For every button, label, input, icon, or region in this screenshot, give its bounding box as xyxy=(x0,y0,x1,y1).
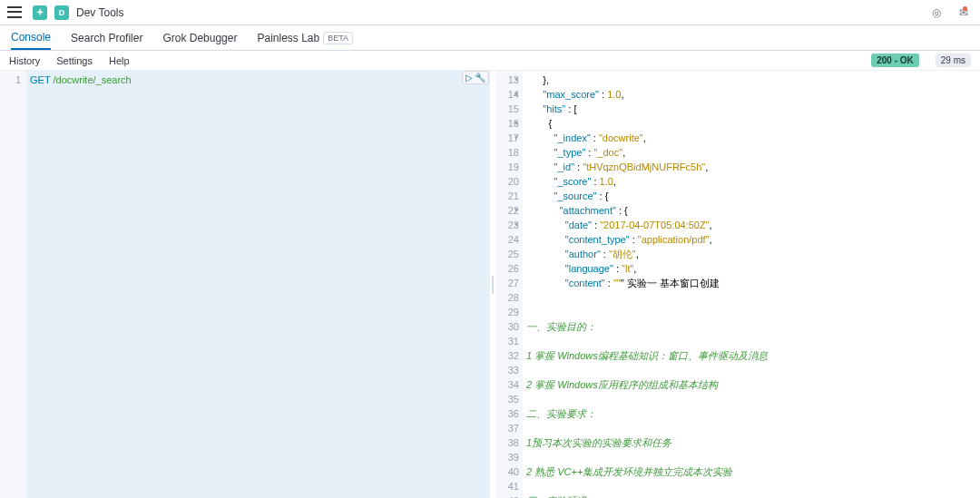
response-line: "date" : "2017-04-07T05:04:50Z", xyxy=(526,218,976,232)
line-number: 15 xyxy=(495,102,519,116)
play-icon[interactable]: ▷ xyxy=(466,73,473,83)
line-number: 22▾ xyxy=(495,203,519,218)
response-line: "_type" : "_doc", xyxy=(526,145,976,160)
hamburger-icon[interactable] xyxy=(7,5,22,20)
response-line xyxy=(526,450,976,464)
response-line: "_index" : "docwrite", xyxy=(526,131,976,145)
response-line: 三、实验环境： xyxy=(526,493,976,498)
line-number: 27 xyxy=(495,276,519,290)
top-bar: ✦ D Dev Tools ◎ ✉ xyxy=(0,0,980,25)
status-badge: 200 - OK xyxy=(871,54,919,67)
line-number: 24 xyxy=(495,232,519,247)
response-gutter: 13▾14▾1516▾17▾1819202122▾23▾242526272829… xyxy=(495,71,523,498)
line-number: 38 xyxy=(495,435,519,450)
response-line: "_id" : "tHVqznQBidMjNUFRFc5h", xyxy=(526,160,976,174)
fold-icon[interactable]: ▾ xyxy=(514,73,518,87)
response-line xyxy=(526,479,976,493)
request-method: GET xyxy=(30,74,50,85)
line-number: 26 xyxy=(495,261,519,276)
request-actions: ▷ 🔧 xyxy=(462,71,489,84)
line-number: 33 xyxy=(495,363,519,377)
request-editor[interactable]: GET /docwrite/_search xyxy=(26,71,489,498)
tabs-bar: Console Search Profiler Grok Debugger Pa… xyxy=(0,25,980,51)
response-line: "content" : """ 实验一 基本窗口创建 xyxy=(526,276,976,290)
line-number: 13▾ xyxy=(495,73,519,87)
response-line: "_source" : { xyxy=(526,189,976,203)
response-line: "hits" : [ xyxy=(526,102,976,116)
response-line: 1 掌握 Windows编程基础知识：窗口、事件驱动及消息 xyxy=(526,348,976,363)
tab-grok-debugger[interactable]: Grok Debugger xyxy=(162,25,237,50)
app-title: Dev Tools xyxy=(76,6,123,19)
newsfeed-icon[interactable]: ◎ xyxy=(927,4,946,22)
line-number: 35 xyxy=(495,392,519,406)
response-line: "max_score" : 1.0, xyxy=(526,87,976,102)
request-path: /docwrite/_search xyxy=(50,74,131,85)
app-badge-icon: D xyxy=(54,5,69,20)
line-number: 29 xyxy=(495,305,519,319)
request-gutter: 1 xyxy=(0,71,26,498)
mail-icon[interactable]: ✉ xyxy=(955,4,973,22)
line-number: 37 xyxy=(495,421,519,435)
fold-icon[interactable]: ▾ xyxy=(514,116,518,131)
fold-icon[interactable]: ▾ xyxy=(514,87,518,102)
line-number: 23▾ xyxy=(495,218,519,232)
response-line: "attachment" : { xyxy=(526,203,976,218)
line-number: 1 xyxy=(0,73,21,87)
beta-badge: BETA xyxy=(323,32,353,44)
notification-dot-icon xyxy=(963,6,967,11)
response-line xyxy=(526,363,976,377)
line-number: 32 xyxy=(495,348,519,363)
response-line: 二、实验要求： xyxy=(526,406,976,421)
latency-badge: 29 ms xyxy=(936,54,971,67)
response-line: "language" : "lt", xyxy=(526,261,976,276)
response-line: 一、实验目的： xyxy=(526,319,976,334)
fold-icon[interactable]: ▾ xyxy=(514,203,518,218)
line-number: 25 xyxy=(495,247,519,261)
response-line xyxy=(526,392,976,406)
tab-label: Painless Lab xyxy=(257,32,319,44)
response-line xyxy=(526,421,976,435)
response-viewer[interactable]: }, "max_score" : 1.0, "hits" : [ { "_ind… xyxy=(523,71,980,498)
line-number: 16▾ xyxy=(495,116,519,131)
response-line: }, xyxy=(526,73,976,87)
line-number: 31 xyxy=(495,334,519,348)
line-number: 21 xyxy=(495,189,519,203)
tab-painless-lab[interactable]: Painless Lab BETA xyxy=(257,25,353,50)
line-number: 17▾ xyxy=(495,131,519,145)
line-number: 19 xyxy=(495,160,519,174)
line-number: 36 xyxy=(495,406,519,421)
line-number: 30 xyxy=(495,319,519,334)
line-number: 34 xyxy=(495,377,519,392)
console-subbar: History Settings Help 200 - OK 29 ms xyxy=(0,51,980,71)
elastic-logo-icon[interactable]: ✦ xyxy=(33,5,47,20)
line-number: 18 xyxy=(495,145,519,160)
help-link[interactable]: Help xyxy=(109,55,130,66)
tab-console[interactable]: Console xyxy=(11,25,51,50)
response-line: "_score" : 1.0, xyxy=(526,174,976,189)
settings-link[interactable]: Settings xyxy=(56,55,93,66)
history-link[interactable]: History xyxy=(9,55,40,66)
response-line: "content_type" : "application/pdf", xyxy=(526,232,976,247)
line-number: 39 xyxy=(495,450,519,464)
line-number: 14▾ xyxy=(495,87,519,102)
response-line: 2 熟悉 VC++集成开发环境并独立完成本次实验 xyxy=(526,464,976,479)
line-number: 28 xyxy=(495,290,519,305)
request-pane: 1 GET /docwrite/_search ▷ 🔧 xyxy=(0,71,490,498)
line-number: 42 xyxy=(495,493,519,498)
response-line: 2 掌握 Windows应用程序的组成和基本结构 xyxy=(526,377,976,392)
response-line xyxy=(526,290,976,305)
fold-icon[interactable]: ▾ xyxy=(514,131,518,145)
wrench-icon[interactable]: 🔧 xyxy=(475,73,485,83)
response-line: 1预习本次实验的实验要求和任务 xyxy=(526,435,976,450)
line-number: 41 xyxy=(495,479,519,493)
response-line: "author" : "胡伦", xyxy=(526,247,976,261)
line-number: 40 xyxy=(495,464,519,479)
response-line: { xyxy=(526,116,976,131)
response-line xyxy=(526,305,976,319)
line-number: 20 xyxy=(495,174,519,189)
main-split: 1 GET /docwrite/_search ▷ 🔧 13▾14▾1516▾1… xyxy=(0,71,980,498)
response-line xyxy=(526,334,976,348)
fold-icon[interactable]: ▾ xyxy=(514,218,518,232)
response-pane: 13▾14▾1516▾17▾1819202122▾23▾242526272829… xyxy=(495,71,980,498)
tab-search-profiler[interactable]: Search Profiler xyxy=(71,25,142,50)
